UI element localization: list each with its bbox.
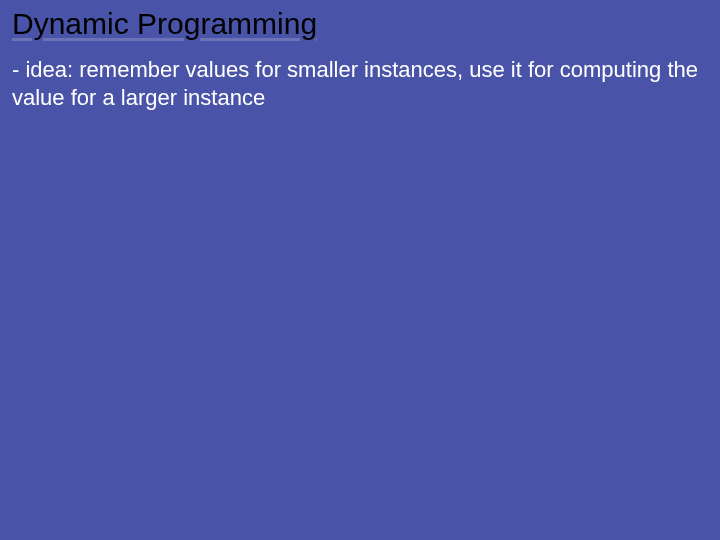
slide-body-text: - idea: remember values for smaller inst… <box>12 56 708 111</box>
slide: Dynamic Programming - idea: remember val… <box>0 0 720 540</box>
slide-title: Dynamic Programming <box>12 6 317 42</box>
